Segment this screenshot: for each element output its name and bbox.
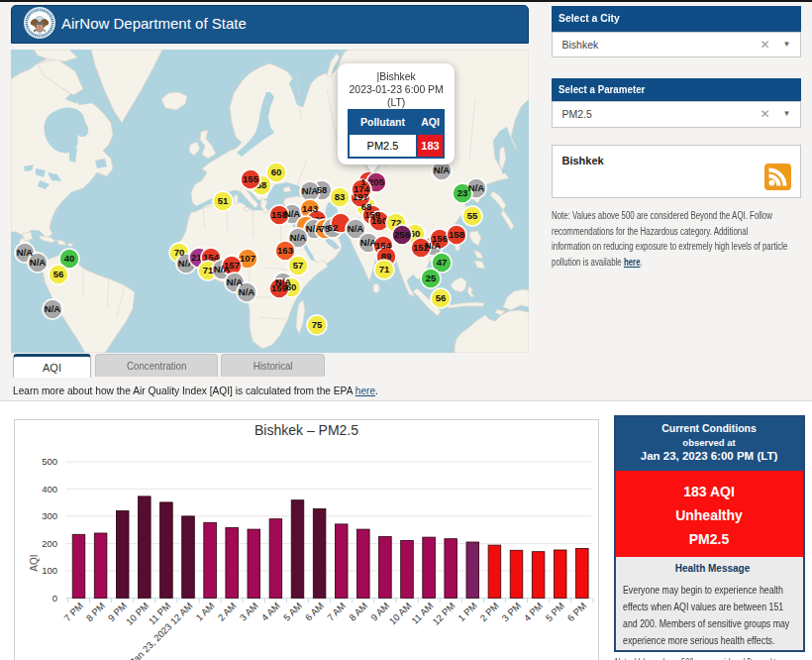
svg-text:57: 57 (293, 260, 304, 271)
svg-text:40: 40 (64, 253, 75, 264)
svg-text:N/A: N/A (290, 232, 307, 243)
svg-text:300: 300 (42, 510, 57, 521)
svg-text:62: 62 (328, 222, 339, 233)
svg-text:3 AM: 3 AM (238, 601, 260, 623)
svg-text:60: 60 (271, 166, 282, 177)
svg-text:N/A: N/A (468, 182, 485, 193)
svg-text:107: 107 (240, 253, 255, 264)
svg-text:1: 1 (360, 176, 366, 187)
svg-text:N/A: N/A (302, 185, 319, 196)
svg-text:500: 500 (42, 456, 57, 467)
svg-text:100: 100 (42, 565, 57, 576)
svg-text:2 PM: 2 PM (477, 601, 501, 624)
svg-text:4 AM: 4 AM (259, 601, 282, 623)
svg-text:60: 60 (286, 281, 297, 292)
svg-text:155: 155 (243, 173, 259, 184)
svg-text:51: 51 (218, 195, 229, 206)
svg-text:11 AM: 11 AM (409, 601, 435, 626)
svg-text:N/A: N/A (45, 303, 61, 314)
svg-text:75: 75 (312, 319, 323, 330)
svg-text:160: 160 (371, 215, 387, 226)
svg-text:23: 23 (457, 187, 468, 198)
svg-text:4 PM: 4 PM (522, 601, 546, 624)
svg-text:70: 70 (174, 247, 185, 258)
svg-text:1 PM: 1 PM (456, 601, 479, 624)
svg-text:8 PM: 8 PM (84, 601, 108, 624)
svg-text:158: 158 (271, 209, 287, 220)
svg-text:N/A: N/A (434, 165, 451, 175)
svg-text:8 AM: 8 AM (347, 601, 369, 623)
svg-text:58: 58 (317, 184, 328, 195)
svg-text:10 AM: 10 AM (387, 601, 414, 627)
svg-text:25: 25 (426, 273, 437, 283)
svg-text:56: 56 (53, 269, 64, 279)
svg-text:AQI: AQI (29, 554, 40, 571)
svg-text:6 PM: 6 PM (565, 601, 589, 624)
svg-text:N/A: N/A (348, 223, 364, 234)
svg-text:5 AM: 5 AM (281, 601, 304, 623)
svg-text:6 AM: 6 AM (303, 601, 326, 623)
svg-text:7 AM: 7 AM (325, 601, 348, 623)
svg-text:159: 159 (271, 282, 287, 293)
svg-text:154: 154 (375, 240, 392, 251)
svg-text:256: 256 (394, 229, 410, 240)
svg-text:1 AM: 1 AM (193, 601, 216, 623)
svg-text:152: 152 (413, 242, 429, 253)
svg-text:N/A: N/A (30, 257, 47, 268)
svg-text:N/A: N/A (239, 286, 255, 297)
svg-text:3 PM: 3 PM (499, 601, 523, 624)
svg-text:56: 56 (436, 292, 447, 303)
svg-text:0: 0 (52, 593, 57, 604)
svg-text:5 PM: 5 PM (544, 601, 567, 624)
svg-text:12 PM: 12 PM (430, 601, 457, 627)
svg-text:71: 71 (203, 265, 214, 275)
svg-text:163: 163 (277, 245, 293, 256)
svg-text:200: 200 (42, 538, 57, 549)
svg-text:47: 47 (437, 257, 448, 268)
svg-text:143: 143 (302, 203, 318, 214)
svg-text:156: 156 (432, 233, 448, 244)
svg-text:10 PM: 10 PM (124, 601, 151, 627)
svg-text:83: 83 (335, 191, 346, 202)
svg-text:7 PM: 7 PM (61, 601, 85, 624)
svg-text:N/A: N/A (360, 237, 377, 248)
svg-text:71: 71 (379, 264, 390, 275)
svg-text:400: 400 (42, 484, 57, 495)
svg-text:157: 157 (224, 260, 240, 271)
svg-text:2 AM: 2 AM (216, 601, 239, 623)
svg-text:55: 55 (467, 210, 478, 221)
svg-text:158: 158 (449, 229, 464, 240)
